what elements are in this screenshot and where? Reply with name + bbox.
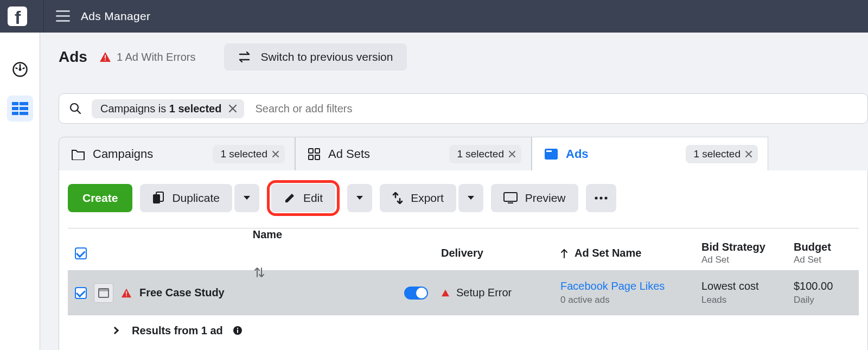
row-adset-link[interactable]: Facebook Page Likes [560, 280, 665, 292]
edit-button-highlight: Edit [267, 180, 340, 216]
sort-icon[interactable] [254, 267, 264, 278]
svg-rect-40 [99, 289, 108, 291]
main-content: Ads 1 Ad With Errors Switch to previous … [40, 33, 868, 350]
svg-point-36 [595, 196, 597, 199]
chevron-down-icon [243, 195, 251, 201]
preview-button[interactable]: Preview [491, 184, 578, 212]
ads-table: Name Delivery Ad Set Name Bid StrategyAd… [68, 228, 859, 346]
preview-icon [503, 192, 518, 204]
svg-rect-0 [56, 10, 70, 12]
svg-rect-44 [237, 330, 238, 333]
warning-icon [441, 289, 450, 297]
svg-rect-8 [12, 102, 18, 105]
warning-icon [121, 288, 132, 298]
select-all-checkbox[interactable] [75, 247, 87, 259]
row-preview-icon[interactable] [94, 283, 113, 303]
row-bid: Lowest cost [701, 280, 759, 292]
export-dropdown-button[interactable] [458, 184, 483, 212]
tab-campaigns[interactable]: Campaigns 1 selected [59, 137, 295, 170]
col-bid[interactable]: Bid Strategy [701, 241, 794, 253]
error-text: 1 Ad With Errors [117, 51, 196, 63]
tab-label: Ad Sets [328, 147, 370, 161]
tab-label: Ads [566, 147, 589, 161]
close-icon[interactable] [508, 150, 516, 158]
svg-rect-25 [315, 155, 320, 160]
error-banner[interactable]: 1 Ad With Errors [99, 51, 196, 63]
summary-row: Results from 1 ad — [68, 315, 859, 346]
grid-icon [308, 148, 321, 161]
svg-rect-24 [309, 155, 313, 160]
nav-divider [43, 0, 44, 33]
left-rail [0, 33, 40, 350]
duplicate-dropdown-button[interactable] [234, 184, 259, 212]
svg-rect-2 [56, 20, 70, 22]
svg-rect-13 [20, 112, 28, 115]
svg-rect-9 [20, 102, 28, 105]
toolbar: Create Duplicate Edit [68, 180, 859, 216]
duplicate-icon [152, 192, 164, 205]
edit-dropdown-button[interactable] [347, 184, 372, 212]
active-filter-pill[interactable]: Campaigns is 1 selected [92, 99, 244, 118]
svg-rect-12 [12, 112, 18, 115]
summary-text: Results from 1 ad [132, 324, 223, 337]
row-toggle[interactable] [404, 287, 428, 300]
col-adset[interactable]: Ad Set Name [575, 247, 641, 259]
search-icon[interactable] [69, 102, 82, 115]
close-icon[interactable] [272, 150, 279, 158]
svg-rect-45 [237, 328, 238, 329]
arrow-up-icon[interactable] [560, 249, 568, 258]
tab-adsets[interactable]: Ad Sets 1 selected [295, 137, 532, 170]
page-header: Ads 1 Ad With Errors Switch to previous … [59, 43, 868, 71]
filter-value: 1 selected [169, 103, 222, 114]
svg-rect-41 [126, 291, 127, 294]
switch-version-button[interactable]: Switch to previous version [224, 43, 407, 71]
svg-line-17 [78, 111, 81, 114]
svg-rect-11 [20, 107, 28, 110]
row-name: Free Case Study [139, 287, 225, 299]
toolbar-wrap: Create Duplicate Edit [59, 170, 868, 350]
row-budget: $100.00 [794, 280, 833, 292]
tab-selection-pill[interactable]: 1 selected [213, 145, 285, 163]
create-button[interactable]: Create [68, 184, 132, 212]
tab-selection-pill[interactable]: 1 selected [449, 145, 521, 163]
chevron-right-icon[interactable] [111, 327, 119, 334]
table-header-row: Name Delivery Ad Set Name Bid StrategyAd… [68, 228, 859, 271]
warning-icon [99, 52, 111, 62]
close-icon[interactable] [228, 104, 238, 113]
svg-rect-23 [315, 149, 320, 153]
svg-point-37 [599, 196, 602, 199]
duplicate-button[interactable]: Duplicate [140, 184, 232, 212]
svg-rect-34 [504, 193, 517, 201]
svg-point-38 [604, 196, 607, 199]
more-actions-button[interactable] [586, 184, 616, 212]
tab-ads[interactable]: Ads 1 selected [532, 137, 768, 170]
folder-icon [71, 148, 85, 160]
pencil-icon [284, 192, 296, 204]
switch-version-label: Switch to previous version [261, 50, 393, 63]
search-input[interactable] [254, 102, 858, 116]
facebook-logo-icon[interactable] [8, 7, 27, 26]
svg-rect-29 [546, 150, 552, 152]
col-name[interactable]: Name [253, 228, 282, 241]
rail-overview-icon[interactable] [7, 56, 33, 82]
info-icon[interactable] [233, 326, 242, 335]
svg-rect-15 [105, 60, 106, 61]
edit-button[interactable]: Edit [271, 184, 335, 212]
row-adset-sub: 0 active ads [560, 295, 610, 306]
row-checkbox[interactable] [75, 287, 87, 299]
filter-prefix: Campaigns is [100, 103, 169, 114]
svg-rect-22 [309, 149, 313, 153]
close-icon[interactable] [745, 150, 752, 158]
hamburger-menu-icon[interactable] [56, 10, 70, 22]
svg-rect-14 [105, 55, 106, 58]
col-delivery[interactable]: Delivery [441, 247, 560, 259]
svg-line-7 [23, 68, 24, 69]
swap-icon [238, 51, 252, 63]
product-title[interactable]: Ads Manager [81, 10, 150, 23]
export-button[interactable]: Export [380, 184, 456, 212]
tab-selection-pill[interactable]: 1 selected [686, 145, 758, 163]
chevron-down-icon [356, 195, 363, 201]
col-budget[interactable]: Budget [794, 241, 868, 253]
row-delivery: Setup Error [456, 287, 512, 299]
rail-ads-table-icon[interactable] [7, 96, 33, 122]
